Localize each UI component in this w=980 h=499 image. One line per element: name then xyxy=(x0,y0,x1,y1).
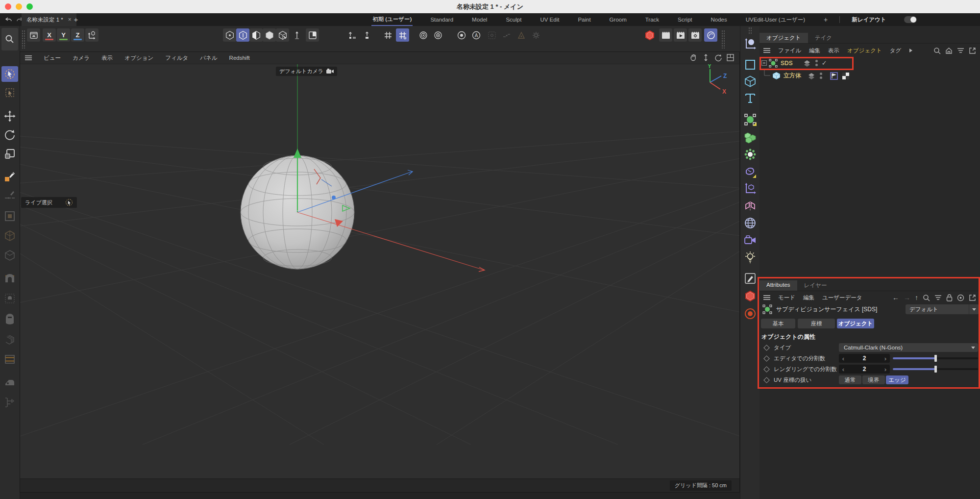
array-generator-button[interactable] xyxy=(743,130,758,145)
jump-to-model-button[interactable] xyxy=(27,28,40,42)
viewport-menu-hamburger-icon[interactable] xyxy=(25,55,32,60)
render-subdiv-stepper[interactable]: ‹ 2 › xyxy=(839,365,890,374)
iron-tool[interactable] xyxy=(1,375,18,391)
project-flow-tool[interactable] xyxy=(1,395,18,410)
redshift-render-icon[interactable] xyxy=(643,28,656,42)
stepper-decrement[interactable]: ‹ xyxy=(839,355,848,362)
expand-toggle-icon[interactable] xyxy=(761,60,767,66)
attr-filter-icon[interactable] xyxy=(934,295,942,300)
shading-lines-button[interactable] xyxy=(236,28,249,42)
shading-constant-button[interactable] xyxy=(263,28,276,42)
key-diamond-icon[interactable] xyxy=(763,366,770,373)
stepper-increment[interactable]: › xyxy=(881,355,890,362)
layout-tab-model[interactable]: Model xyxy=(471,15,488,25)
uv-option-edge[interactable]: エッジ xyxy=(886,375,908,384)
key-diamond-icon[interactable] xyxy=(763,377,770,383)
render-subdiv-slider[interactable] xyxy=(893,365,978,374)
tab-attributes[interactable]: Attributes xyxy=(760,280,797,291)
render-view-button[interactable] xyxy=(659,28,672,42)
bridge-tool[interactable] xyxy=(1,271,18,287)
cube-edit-tool-b[interactable] xyxy=(1,248,18,263)
editor-subdiv-slider[interactable] xyxy=(893,354,978,363)
om-menu-more-icon[interactable] xyxy=(909,48,913,53)
layered-cube-tool[interactable] xyxy=(1,332,18,348)
attr-lock-icon[interactable] xyxy=(946,294,953,301)
dope-sheet-icon[interactable] xyxy=(485,28,498,42)
viewport-menu-camera[interactable]: カメラ xyxy=(73,54,90,62)
layout-tab-track[interactable]: Track xyxy=(644,15,660,25)
undo-icon[interactable] xyxy=(5,17,12,23)
tab-objects[interactable]: オブジェクト xyxy=(760,33,808,43)
viewport-menu-display[interactable]: 表示 xyxy=(101,54,113,62)
shading-quick-button[interactable] xyxy=(249,28,263,42)
sds-object-icon[interactable] xyxy=(769,59,778,68)
key-diamond-icon[interactable] xyxy=(763,345,770,351)
layout-toggle[interactable] xyxy=(904,16,917,23)
om-menu-objects[interactable]: オブジェクト xyxy=(847,47,882,54)
interactive-render-region-button[interactable] xyxy=(704,28,717,42)
attr-track-icon[interactable] xyxy=(957,294,964,301)
settings-gear-icon[interactable] xyxy=(529,28,542,42)
redshift-material-button[interactable] xyxy=(743,289,758,303)
pen-tool[interactable] xyxy=(1,169,18,185)
stack-tool[interactable] xyxy=(1,351,18,367)
layout-tab-default[interactable]: 初期 (ユーザー) xyxy=(371,14,413,26)
x-axis-lock-button[interactable]: X xyxy=(43,28,56,42)
object-row-sds[interactable]: SDS ✓ xyxy=(760,57,980,69)
object-name-sds[interactable]: SDS xyxy=(781,60,793,67)
editor-subdiv-value[interactable]: 2 xyxy=(848,355,881,362)
z-axis-lock-button[interactable]: Z xyxy=(71,28,84,42)
om-filter-icon[interactable] xyxy=(957,48,964,53)
attr-search-icon[interactable] xyxy=(923,294,930,301)
normals-toggle-button[interactable] xyxy=(290,28,303,42)
key-diamond-icon[interactable] xyxy=(763,355,770,362)
frame-region-tool[interactable] xyxy=(1,208,18,224)
search-tool-button[interactable] xyxy=(1,28,18,50)
cube-edit-tool-a[interactable] xyxy=(1,228,18,244)
fcurve-icon[interactable] xyxy=(500,28,513,42)
motext-button[interactable] xyxy=(743,91,758,105)
toolbar-grip[interactable] xyxy=(22,30,25,49)
render-to-picture-viewer-button[interactable] xyxy=(674,28,687,42)
camera-label[interactable]: デフォルトカメラ xyxy=(276,67,337,76)
viewport-zoom-icon[interactable] xyxy=(702,53,710,62)
object-name-cube[interactable]: 立方体 xyxy=(784,72,801,80)
om-menu-file[interactable]: ファイル xyxy=(778,47,801,54)
layout-tab-uvedit-user[interactable]: UVEdit-User (ユーザー) xyxy=(745,14,806,25)
document-tab[interactable]: 名称未設定 1 * × xyxy=(22,13,76,26)
uv-option-boundary[interactable]: 境界 xyxy=(862,375,885,384)
cube-primitive-button[interactable] xyxy=(743,74,758,89)
layout-tab-script[interactable]: Script xyxy=(677,15,693,25)
nav-up-icon[interactable]: ↑ xyxy=(915,294,918,301)
paint-objects-tool[interactable] xyxy=(1,291,18,306)
editor-subdiv-stepper[interactable]: ‹ 2 › xyxy=(839,354,890,363)
render-subdiv-value[interactable]: 2 xyxy=(848,366,881,373)
viewport-toggle-view-icon[interactable] xyxy=(726,53,735,62)
layer-diamond-icon[interactable] xyxy=(804,60,810,67)
autokey-icon[interactable]: A xyxy=(469,28,483,42)
camera-object-button[interactable] xyxy=(743,233,758,248)
enabled-checkmark[interactable]: ✓ xyxy=(822,59,827,67)
render-settings-button[interactable] xyxy=(688,28,702,42)
om-search-icon[interactable] xyxy=(933,47,941,54)
subdivision-surface-button[interactable] xyxy=(743,112,758,127)
viewport-3d-scene[interactable]: Y Z X xyxy=(20,64,739,480)
axis-modifier-button[interactable] xyxy=(743,181,758,196)
viewport-menu-options[interactable]: オプション xyxy=(124,54,153,62)
axis-orientation-gizmo[interactable]: Y Z X xyxy=(708,64,727,95)
spline-rectangle-button[interactable] xyxy=(743,57,758,72)
add-layout-tab-button[interactable]: + xyxy=(823,14,829,25)
slider-handle[interactable] xyxy=(934,355,937,362)
attr-tab-coordinates[interactable]: 座標 xyxy=(798,319,835,328)
quantize-grid-icon[interactable] xyxy=(381,28,394,42)
move-tool[interactable] xyxy=(1,108,18,124)
attr-menu-mode[interactable]: モード xyxy=(778,294,795,301)
om-menu-edit[interactable]: 編集 xyxy=(809,47,820,54)
om-menu-view[interactable]: 表示 xyxy=(828,47,839,54)
new-layout-button[interactable]: 新レイアウト xyxy=(851,14,887,25)
attr-menu-edit[interactable]: 編集 xyxy=(803,294,814,301)
material-edit-pencil-button[interactable] xyxy=(743,271,758,286)
generator-gear-button[interactable] xyxy=(743,147,758,162)
toolbar-grip[interactable] xyxy=(721,30,725,49)
type-dropdown[interactable]: Catmull-Clark (N-Gons) xyxy=(839,343,978,352)
